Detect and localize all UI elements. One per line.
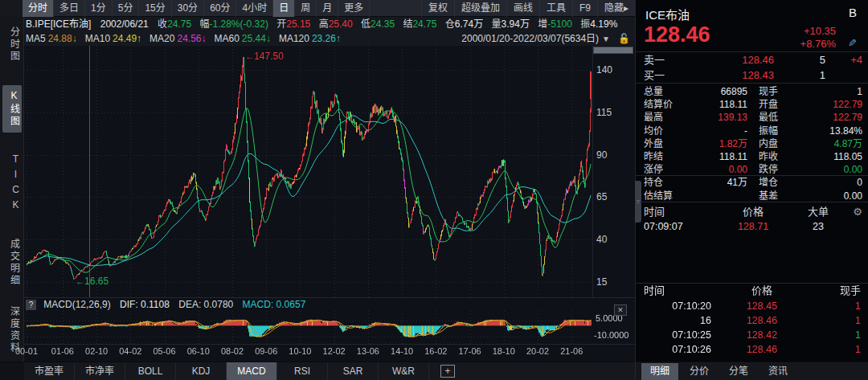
y-tick: 65 [596, 191, 607, 202]
quote-row: 外盘1.82万内盘4.87万 [636, 137, 868, 150]
market-flag: B [849, 6, 857, 19]
quote-row: 结算价118.11开盘122.79 [636, 98, 868, 111]
tool-fuquan[interactable]: 复权 [421, 0, 454, 17]
low-value: 24.35 [371, 18, 395, 30]
panel-tab-zixun[interactable]: 资讯 [760, 363, 796, 380]
macd-params: MACD(12,26,9) [43, 299, 110, 310]
tab-boll[interactable]: BOLL [125, 362, 176, 380]
sidebar-item-kline[interactable]: K线图 [2, 85, 22, 133]
chart-scrollbar-thumb[interactable] [593, 47, 633, 54]
tool-f9[interactable]: F9 [572, 0, 597, 17]
high-annotation: ←147.50 [245, 51, 284, 62]
indicator-tabbar: 市盈率 市净率 BOLL KDJ MACD RSI SAR W&R + [0, 362, 635, 380]
tab-macd[interactable]: MACD [227, 362, 277, 380]
quote-row: 均价-振幅13.84% [636, 125, 868, 137]
macd-dif: DIF: 0.1108 [120, 299, 170, 310]
period-tab-day[interactable]: 日 [273, 0, 295, 17]
price-change-pct: +8.76% [800, 38, 836, 50]
period-tab-60min[interactable]: 60分 [204, 0, 236, 17]
ma120-value: 23.26↑ [312, 33, 341, 44]
tab-wr[interactable]: W&R [379, 362, 429, 380]
edit-icon[interactable]: ✎ [848, 37, 857, 49]
tick-table: 时间 价格 现手 07:10:20128.451 16128.461 07:10… [636, 283, 868, 357]
tab-pe[interactable]: 市盈率 [24, 362, 75, 380]
tick-table-header: 时间 价格 现手 [636, 284, 868, 299]
tab-kdj[interactable]: KDJ [176, 362, 227, 380]
period-tab-week[interactable]: 周 [295, 0, 317, 17]
quote-panel: ICE布油 B 128.46 +10.35 +8.76% ✎ » 卖一 128.… [635, 0, 868, 380]
chg-oi-value: -5100 [547, 18, 572, 30]
add-indicator-icon[interactable]: + [440, 365, 455, 378]
ma-indicator-bar: MA524.88↓ MA1024.49↑ MA2024.56↓ MA6025.4… [24, 31, 635, 46]
bigorder-header: 时间 价格 大单 ⚙ [636, 205, 868, 219]
period-tab-4hour[interactable]: 4小时 [236, 0, 273, 17]
tab-rsi[interactable]: RSI [277, 362, 328, 380]
ask-bid-block: 卖一 128.46 5 +4 买一 128.43 1 [636, 51, 868, 84]
ask-row: 卖一 128.46 5 +4 [636, 52, 868, 67]
field-label: 收 [158, 18, 167, 30]
hide-arrow-icon: ▸ [624, 2, 628, 14]
crosshair-date: 2002/06/21 [100, 18, 149, 30]
chevron-down-icon: ▼ [602, 35, 610, 43]
ask-price: 128.46 [678, 52, 774, 67]
bid-price: 128.43 [678, 67, 774, 83]
sidebar-item-tick[interactable]: TICK [2, 149, 22, 219]
period-tab-month[interactable]: 月 [317, 0, 338, 17]
tab-sar[interactable]: SAR [328, 362, 379, 380]
tool-overlay[interactable]: 超级叠加 [454, 0, 506, 17]
period-tab-5min[interactable]: 5分 [113, 0, 140, 17]
tick-row: 07:10:26128.461 [636, 342, 868, 357]
sidebar-item-trade-detail[interactable]: 成交明细 [2, 234, 22, 292]
ma5-value: 24.88↓ [48, 33, 77, 44]
macd-dea: DEA: 0.0780 [178, 299, 233, 310]
ma10-value: 24.49↑ [113, 33, 141, 44]
period-tab-fenshi[interactable]: 分时 [23, 0, 54, 17]
sidebar-item-fenshitu[interactable]: 分时图 [2, 22, 22, 67]
last-price: 128.46 [644, 22, 710, 47]
trading-app-window: 分时 多日 1分 5分 15分 30分 60分 4小时 日 周 月 更多 复权 … [0, 0, 868, 380]
ask-volume: 5 [774, 52, 825, 67]
date-range-selector[interactable]: 2000/01/20-2022/03/07(5634日)▼ [461, 31, 613, 46]
ma60-value: 25.44↓ [242, 33, 271, 44]
instrument-name: ICE布油 [645, 6, 690, 22]
period-tab-more[interactable]: 更多 [338, 0, 370, 17]
tick-row: 07:10:20128.451 [636, 299, 868, 313]
quote-row: 估结算基差0.00 [636, 190, 868, 202]
settle-value: 24.75 [412, 18, 436, 30]
quote-info-bar: B.IPE[ICE布油] 2002/06/21 收24.75 幅-1.28%(-… [24, 17, 635, 31]
panel-tab-fenjia[interactable]: 分价 [681, 363, 718, 380]
quote-row: 涨停0.00跌停0.00 [636, 163, 868, 176]
quote-row: 昨结118.11昨收118.05 [636, 150, 868, 163]
tool-hide[interactable]: 隐藏▸ [597, 0, 635, 17]
period-tab-15min[interactable]: 15分 [139, 0, 171, 17]
price-change: +10.35 [804, 25, 836, 37]
ma20-value: 24.56↓ [177, 33, 206, 44]
quote-row: 最高139.13最低122.79 [636, 111, 868, 124]
period-tab-duori[interactable]: 多日 [54, 0, 85, 17]
unlock-icon[interactable]: 🔓 [618, 31, 630, 46]
tab-pb[interactable]: 市净率 [75, 362, 125, 380]
bid-row: 买一 128.43 1 [636, 67, 868, 83]
panel-tab-mingxi[interactable]: 明细 [641, 363, 678, 380]
oi-value: 6.74万 [455, 18, 483, 30]
gear-icon[interactable]: ⚙ [846, 205, 862, 219]
bigorder-row: 07:09:07 128.71 23 [636, 220, 868, 233]
tool-drawline[interactable]: 画线 [506, 0, 539, 17]
tool-tools[interactable]: 工具 [539, 0, 572, 17]
period-tab-30min[interactable]: 30分 [172, 0, 204, 17]
macd-value: MACD: 0.0657 [243, 299, 306, 310]
close-value: 24.75 [167, 18, 191, 30]
macd-chart-canvas[interactable] [24, 311, 592, 344]
macd-header: ? MACD(12,26,9) DIF: 0.1108 DEA: 0.0780 … [24, 298, 592, 311]
amp-value: 4.19% [590, 18, 617, 30]
period-tab-1min[interactable]: 1分 [85, 0, 113, 17]
symbol-code: B.IPE[ICE布油] [26, 18, 91, 30]
kline-chart-canvas[interactable] [24, 46, 592, 297]
y-tick: 115 [596, 107, 612, 118]
price-axis: 140 115 90 65 40 15 [592, 46, 635, 297]
toolbar-corner [0, 0, 23, 17]
close-icon[interactable]: ✕ [614, 304, 627, 316]
help-icon[interactable]: ? [26, 300, 36, 310]
quote-detail-grid: 总量66895现手1 结算价118.11开盘122.79 最高139.13最低1… [636, 85, 868, 202]
panel-tab-fenbi[interactable]: 分笔 [720, 363, 757, 380]
